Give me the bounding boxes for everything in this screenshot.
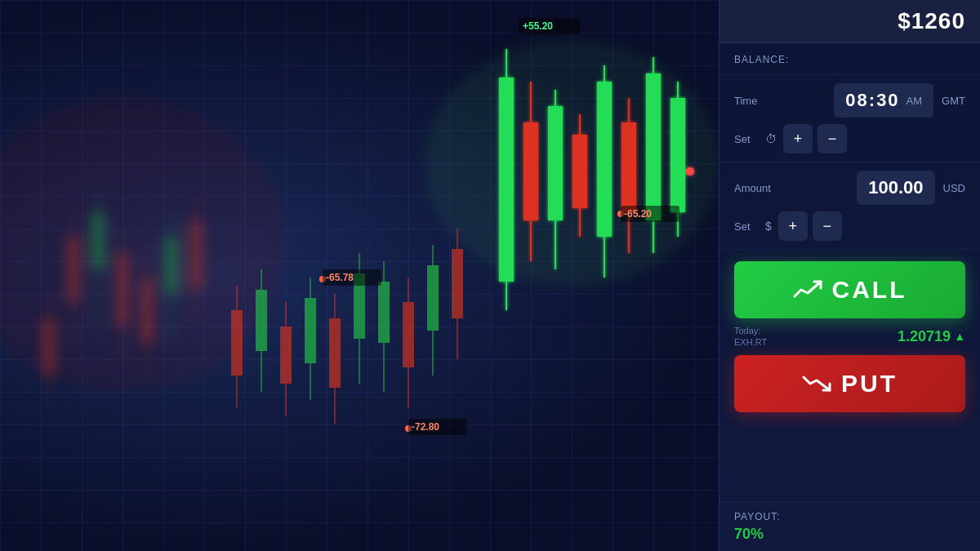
- svg-text:+55.20: +55.20: [523, 20, 553, 32]
- payout-row: PAYOUT: 70%: [719, 502, 980, 551]
- svg-rect-31: [403, 302, 414, 367]
- svg-rect-41: [548, 106, 563, 220]
- today-label: Today: EXH.RT: [734, 325, 767, 349]
- svg-rect-33: [427, 265, 439, 331]
- svg-rect-45: [597, 82, 612, 237]
- amount-plus-button[interactable]: +: [778, 211, 808, 241]
- svg-rect-3: [68, 237, 79, 302]
- time-row: Time 08:30 AM GMT: [734, 83, 965, 118]
- call-label: CALL: [832, 276, 907, 304]
- svg-rect-5: [92, 212, 104, 269]
- svg-text:-65.20: -65.20: [624, 208, 652, 220]
- time-minus-button[interactable]: −: [817, 124, 847, 153]
- chart-area: +55.20 -65.20 -65.78 -72.80: [0, 0, 719, 551]
- svg-rect-11: [166, 237, 177, 294]
- time-section: Time 08:30 AM GMT Set ⏱ + −: [719, 75, 980, 162]
- amount-row: Amount 100.00 USD: [734, 171, 965, 205]
- svg-point-0: [0, 98, 286, 392]
- trending-up-icon: [793, 278, 822, 301]
- dollar-icon: $: [765, 220, 772, 233]
- payout-value: 70%: [734, 526, 965, 543]
- svg-rect-25: [329, 318, 341, 388]
- svg-rect-37: [499, 78, 514, 282]
- put-button[interactable]: PUT: [734, 355, 965, 412]
- payout-label: PAYOUT:: [734, 511, 965, 522]
- svg-rect-17: [231, 310, 243, 375]
- price-display: $1260: [898, 8, 965, 34]
- amount-btn-group: + −: [778, 211, 842, 241]
- svg-rect-35: [452, 249, 463, 318]
- amount-currency: USD: [943, 182, 965, 194]
- balance-label: BALANCE:: [734, 54, 789, 65]
- svg-rect-29: [378, 282, 390, 343]
- price-row: $1260: [719, 0, 980, 43]
- amount-display: 100.00: [857, 171, 934, 205]
- svg-rect-49: [646, 73, 661, 220]
- svg-rect-47: [621, 122, 636, 212]
- amount-value: 100.00: [868, 177, 923, 198]
- svg-rect-43: [572, 135, 587, 208]
- amount-minus-button[interactable]: −: [813, 211, 842, 241]
- balance-row: BALANCE:: [719, 43, 980, 75]
- trending-down-icon: [802, 372, 831, 395]
- call-button[interactable]: CALL: [734, 261, 965, 318]
- time-plus-button[interactable]: +: [783, 124, 813, 153]
- svg-rect-23: [305, 298, 316, 363]
- svg-rect-51: [670, 98, 685, 212]
- time-gmt: GMT: [942, 95, 965, 107]
- svg-rect-19: [256, 290, 267, 351]
- svg-rect-21: [280, 327, 292, 384]
- time-btn-group: + −: [783, 124, 847, 153]
- amount-section: Amount 100.00 USD Set $ + −: [719, 162, 980, 250]
- time-value: 08:30: [845, 90, 899, 111]
- time-ampm: AM: [906, 95, 923, 107]
- today-row: Today: EXH.RT 1.20719 ▲: [719, 318, 980, 355]
- svg-text:-65.78: -65.78: [326, 272, 354, 283]
- svg-rect-13: [190, 220, 202, 290]
- svg-rect-39: [523, 122, 538, 220]
- time-display: 08:30 AM: [834, 83, 933, 118]
- set-time-row: Set ⏱ + −: [734, 124, 965, 153]
- svg-rect-15: [43, 318, 55, 375]
- trading-panel: $1260 BALANCE: Time 08:30 AM GMT Set ⏱ +…: [719, 0, 980, 551]
- svg-text:-72.80: -72.80: [412, 421, 439, 433]
- svg-point-52: [686, 167, 694, 176]
- today-value: 1.20719 ▲: [898, 328, 965, 345]
- set-amount-row: Set $ + −: [734, 211, 965, 241]
- amount-label: Amount: [734, 182, 771, 194]
- put-label: PUT: [841, 370, 898, 398]
- candlestick-chart: +55.20 -65.20 -65.78 -72.80: [0, 0, 719, 551]
- time-label: Time: [734, 95, 757, 107]
- set-amount-label: Set: [734, 220, 759, 233]
- clock-icon: ⏱: [765, 132, 777, 145]
- svg-rect-9: [141, 278, 153, 343]
- set-time-label: Set: [734, 133, 759, 145]
- svg-rect-7: [117, 253, 128, 327]
- today-arrow: ▲: [954, 330, 965, 343]
